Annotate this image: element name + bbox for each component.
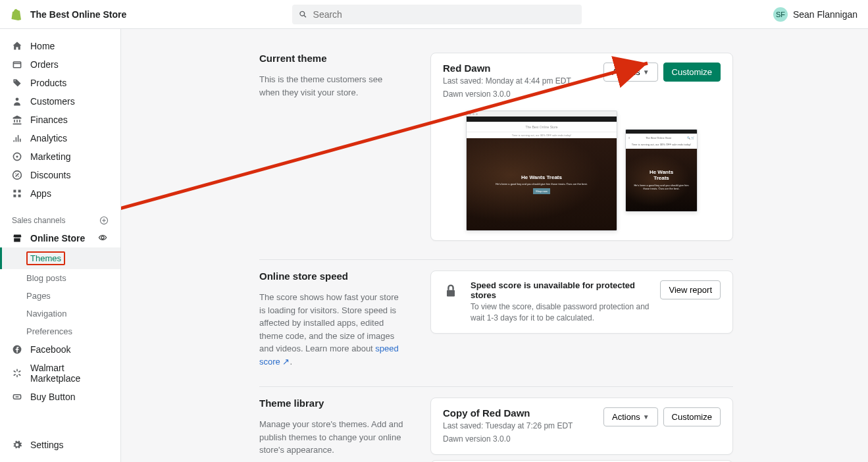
person-icon <box>12 96 22 107</box>
store-icon <box>12 233 22 244</box>
target-icon <box>12 151 22 162</box>
search-input[interactable] <box>313 9 576 20</box>
sidebar-item-label: Facebook <box>30 344 70 355</box>
user-name-label: Sean Flannigan <box>793 9 857 20</box>
view-report-button[interactable]: View report <box>660 280 721 299</box>
annotation-highlight-themes: Themes <box>26 251 65 265</box>
sidebar-item-online-store[interactable]: Online Store <box>0 229 120 247</box>
library-customize-button[interactable]: Customize <box>663 407 721 426</box>
home-icon <box>12 41 22 51</box>
apps-icon <box>12 188 22 199</box>
sidebar-item-settings[interactable]: Settings <box>0 436 120 454</box>
discount-icon <box>12 170 22 180</box>
gear-icon <box>12 440 22 450</box>
preview-hero-title: He Wants Treats <box>521 174 562 180</box>
speed-card: Speed score is unavailable for protected… <box>430 270 733 334</box>
chevron-down-icon: ▼ <box>643 413 650 421</box>
svg-point-1 <box>16 97 19 101</box>
preview-mobile-title: The Best Online Store <box>646 136 671 140</box>
svg-point-6 <box>18 176 19 177</box>
sidebar-item-facebook[interactable]: Facebook <box>0 340 120 359</box>
sub-item-label: Themes <box>30 253 61 263</box>
sidebar-subitem-navigation[interactable]: Navigation <box>0 305 120 322</box>
sidebar-subitem-blog-posts[interactable]: Blog posts <box>0 269 120 287</box>
sidebar-item-orders[interactable]: Orders <box>0 55 120 74</box>
preview-store-title: The Best Online Store <box>467 122 617 132</box>
sidebar-item-label: Apps <box>30 188 51 199</box>
theme-version: Dawn version 3.0.0 <box>443 88 571 100</box>
analytics-icon <box>12 133 22 143</box>
current-theme-card: Red Dawn Last saved: Monday at 4:44 pm E… <box>430 53 733 241</box>
current-theme-heading: Current theme <box>259 53 404 64</box>
sidebar-item-walmart[interactable]: Walmart Marketplace <box>0 359 120 388</box>
facebook-icon <box>12 344 22 355</box>
sidebar-item-buy-button[interactable]: Buy Button <box>0 388 120 406</box>
actions-button[interactable]: Actions▼ <box>603 63 658 82</box>
sidebar-item-label: Home <box>30 41 55 51</box>
sub-item-label: Blog posts <box>26 273 66 283</box>
preview-desktop: The Best Online Store Time is running ou… <box>466 111 617 231</box>
lock-icon <box>443 283 461 299</box>
library-theme-card: Copy of Red Dawn Last saved: Tuesday at … <box>430 398 733 455</box>
library-actions-button[interactable]: Actions▼ <box>603 407 658 426</box>
shopify-logo-icon <box>11 9 22 20</box>
walmart-icon <box>12 368 22 378</box>
sidebar-subitem-pages[interactable]: Pages <box>0 287 120 305</box>
preview-mobile: ≡The Best Online Store🔍 🛒 Time is runnin… <box>625 129 698 212</box>
svg-point-12 <box>101 236 104 239</box>
sub-item-label: Preferences <box>26 326 72 336</box>
preview-mobile-hero-title: He WantsTreats <box>650 170 673 182</box>
theme-name: Red Dawn <box>443 63 571 74</box>
orders-icon <box>12 59 22 70</box>
sidebar-item-products[interactable]: Products <box>0 74 120 92</box>
speed-heading: Online store speed <box>259 270 404 282</box>
speed-card-desc: To view the score, disable password prot… <box>471 301 651 324</box>
sidebar-item-finances[interactable]: Finances <box>0 111 120 129</box>
bank-icon <box>12 115 22 125</box>
customize-button[interactable]: Customize <box>663 63 721 82</box>
sidebar-subitem-themes[interactable]: Themes <box>0 247 120 269</box>
sidebar-item-label: Discounts <box>30 170 70 180</box>
sub-item-label: Navigation <box>26 309 66 319</box>
sales-channels-heading: Sales channels <box>0 212 120 229</box>
sidebar-item-analytics[interactable]: Analytics <box>0 129 120 147</box>
sidebar-item-label: Buy Button <box>30 392 76 402</box>
sidebar-item-label: Walmart Marketplace <box>30 363 109 384</box>
speed-card-title: Speed score is unavailable for protected… <box>471 280 651 300</box>
search-bar[interactable] <box>292 5 582 24</box>
svg-point-5 <box>15 173 16 174</box>
add-channel-icon[interactable] <box>99 216 109 225</box>
avatar: SF <box>773 7 788 22</box>
buy-button-icon <box>12 392 22 402</box>
actions-label: Actions <box>612 67 640 77</box>
actions-label: Actions <box>612 412 640 422</box>
library-theme-name: Copy of Red Dawn <box>443 407 573 419</box>
sidebar-item-customers[interactable]: Customers <box>0 92 120 111</box>
svg-rect-10 <box>18 195 21 197</box>
channels-heading-label: Sales channels <box>12 216 65 225</box>
online-store-label: Online Store <box>30 233 85 244</box>
sidebar-item-label: Finances <box>30 115 68 125</box>
speed-desc: The score shows how fast your store is l… <box>259 291 404 368</box>
theme-last-saved: Last saved: Monday at 4:44 pm EDT <box>443 75 571 87</box>
sidebar-item-home[interactable]: Home <box>0 37 120 55</box>
library-theme-version: Dawn version 3.0.0 <box>443 433 573 445</box>
search-icon <box>299 10 307 19</box>
sidebar-item-label: Marketing <box>30 151 70 162</box>
chevron-down-icon: ▼ <box>643 68 650 76</box>
svg-rect-8 <box>18 190 21 192</box>
svg-rect-7 <box>13 190 16 192</box>
svg-rect-9 <box>13 195 16 197</box>
sidebar-item-label: Settings <box>30 440 64 450</box>
sidebar-item-marketing[interactable]: Marketing <box>0 147 120 166</box>
view-icon[interactable] <box>98 233 109 244</box>
preview-mobile-banner: Time is running out, our 30% OFF sale en… <box>626 141 697 149</box>
sidebar-subitem-preferences[interactable]: Preferences <box>0 322 120 340</box>
sidebar-item-label: Orders <box>30 59 59 70</box>
svg-rect-16 <box>447 290 455 297</box>
sidebar-item-apps[interactable]: Apps <box>0 184 120 203</box>
sidebar-item-label: Products <box>30 78 66 88</box>
library-heading: Theme library <box>259 398 404 409</box>
user-menu[interactable]: SF Sean Flannigan <box>773 7 857 22</box>
sidebar-item-discounts[interactable]: Discounts <box>0 166 120 184</box>
